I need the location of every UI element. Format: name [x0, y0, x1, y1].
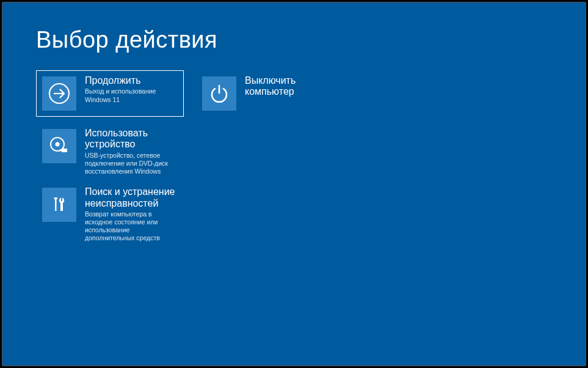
tile-row-3: Поиск и устранение неисправностей Возвра…: [36, 182, 586, 242]
tile-desc: Возврат компьютера в исходное состояние …: [85, 210, 180, 243]
window-frame: Выбор действия Продолжить Выход и исполь…: [2, 2, 586, 366]
tools-icon: [42, 188, 76, 222]
tile-label: Продолжить: [85, 75, 180, 86]
page-title: Выбор действия: [36, 27, 586, 53]
tile-desc: USB-устройство, сетевое подключение или …: [85, 152, 180, 175]
tile-row-2: Использовать устройство USB-устройство, …: [36, 123, 586, 175]
svg-rect-7: [55, 199, 57, 211]
tile-label: Использовать устройство: [85, 128, 180, 150]
svg-rect-5: [62, 149, 67, 152]
power-icon: [202, 76, 236, 111]
svg-rect-8: [54, 197, 58, 199]
tile-text: Выключить компьютер: [245, 70, 344, 117]
choose-option-screen: Выбор действия Продолжить Выход и исполь…: [2, 2, 586, 242]
tile-use-device[interactable]: Использовать устройство USB-устройство, …: [36, 123, 184, 175]
tile-desc: Выход и использование Windows 11: [85, 87, 180, 103]
disc-usb-icon: [42, 129, 76, 163]
arrow-right-icon: [42, 76, 76, 111]
tile-label: Выключить компьютер: [245, 75, 340, 98]
tile-troubleshoot[interactable]: Поиск и устранение неисправностей Возвра…: [36, 182, 184, 242]
tile-text: Поиск и устранение неисправностей Возвра…: [85, 182, 184, 242]
svg-point-4: [56, 142, 60, 147]
svg-rect-6: [60, 150, 62, 152]
tile-continue[interactable]: Продолжить Выход и использование Windows…: [36, 70, 184, 117]
tile-label: Поиск и устранение неисправностей: [85, 186, 180, 209]
svg-rect-9: [61, 197, 62, 201]
tile-shutdown[interactable]: Выключить компьютер: [196, 70, 344, 117]
tile-text: Продолжить Выход и использование Windows…: [85, 70, 184, 117]
tile-row-1: Продолжить Выход и использование Windows…: [36, 70, 586, 117]
tile-text: Использовать устройство USB-устройство, …: [85, 123, 184, 175]
